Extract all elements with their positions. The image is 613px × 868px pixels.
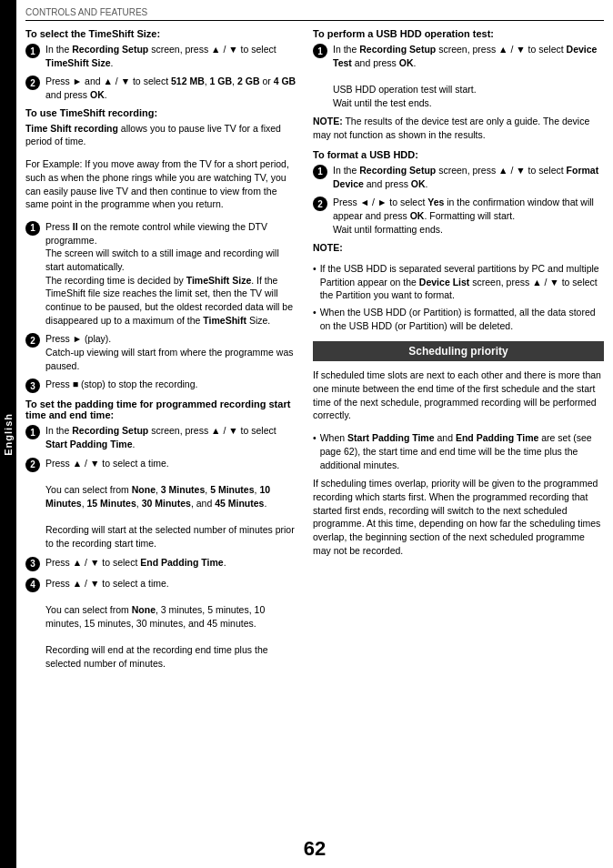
step-num-pad-4: 4 [25,578,40,592]
timeshift-rec-body2: For Example: If you move away from the T… [25,157,298,211]
scheduling-bullet-1: • When Start Padding Time and End Paddin… [313,431,604,471]
step-text-ts-2: Press ► and ▲ / ▼ to select 512 MB, 1 GB… [45,75,298,101]
page-number: 62 [25,830,604,861]
step-text-pad-3: Press ▲ / ▼ to select End Padding Time. [45,556,298,570]
left-column: To select the TimeShift Size: 1 In the R… [25,28,298,830]
step-num-pad-3: 3 [25,557,40,571]
scheduling-body1: If scheduled time slots are next to each… [313,368,604,422]
usb-format-bullet-2: • When the USB HDD (or Partition) is for… [313,306,604,332]
step-num-tsr-2: 2 [25,333,40,348]
page-wrapper: English CONTROLS AND FEATURES To select … [0,0,613,868]
step-pad-2: 2 Press ▲ / ▼ to select a time.You can s… [25,457,298,550]
usb-format-bullet-1: • If the USB HDD is separated several pa… [313,262,604,302]
bullet-dot-1: • [313,262,317,276]
step-fmt-2: 2 Press ◄ / ► to select Yes in the confi… [313,196,604,236]
step-text-tsr-1: Press II on the remote control while vie… [45,220,298,328]
step-text-fmt-2: Press ◄ / ► to select Yes in the confirm… [333,196,604,236]
step-pad-4: 4 Press ▲ / ▼ to select a time.You can s… [25,577,298,671]
sched-bullet-dot-1: • [313,431,317,445]
usb-format-title: To format a USB HDD: [313,149,604,160]
step-tsr-1: 1 Press II on the remote control while v… [25,220,298,328]
step-ts-2: 2 Press ► and ▲ / ▼ to select 512 MB, 1 … [25,75,298,101]
usb-test-section: To perform a USB HDD operation test: 1 I… [313,28,604,142]
step-num-fmt-1: 1 [313,165,327,179]
scheduling-section: Scheduling priority If scheduled time sl… [313,341,604,557]
step-num-pad-2: 2 [25,458,40,472]
usb-test-title: To perform a USB HDD operation test: [313,28,604,39]
header-bar: CONTROLS AND FEATURES [25,7,604,21]
step-num-usb-1: 1 [313,44,327,58]
timeshift-recording-section: To use TimeShift recording: Time Shift r… [25,107,298,394]
side-tab: English [0,0,16,868]
step-tsr-2: 2 Press ► (play).Catch-up viewing will s… [25,332,298,372]
step-num-tsr-1: 1 [25,221,40,236]
step-pad-3: 3 Press ▲ / ▼ to select End Padding Time… [25,556,298,571]
right-column: To perform a USB HDD operation test: 1 I… [313,28,604,830]
step-text-pad-1: In the Recording Setup screen, press ▲ /… [45,424,298,450]
language-label: English [3,413,14,456]
step-fmt-1: 1 In the Recording Setup screen, press ▲… [313,164,604,190]
step-num-tsr-3: 3 [25,378,40,393]
two-columns: To select the TimeShift Size: 1 In the R… [25,28,604,830]
main-content: CONTROLS AND FEATURES To select the Time… [16,0,613,868]
padding-time-section: To set the padding time for programmed r… [25,399,298,670]
timeshift-size-title: To select the TimeShift Size: [25,28,298,39]
step-text-tsr-2: Press ► (play).Catch-up viewing will sta… [45,332,298,372]
step-usb-1: 1 In the Recording Setup screen, press ▲… [313,43,604,109]
step-text-pad-4: Press ▲ / ▼ to select a time.You can sel… [45,577,298,671]
step-text-pad-2: Press ▲ / ▼ to select a time.You can sel… [45,457,298,550]
step-text-usb-1: In the Recording Setup screen, press ▲ /… [333,43,604,109]
sched-bullet-text-1: When Start Padding Time and End Padding … [320,431,604,471]
padding-title: To set the padding time for programmed r… [25,399,298,420]
usb-test-note: NOTE: The results of the device test are… [313,115,604,141]
usb-format-section: To format a USB HDD: 1 In the Recording … [313,149,604,333]
usb-format-note-title: NOTE: [313,241,604,255]
step-pad-1: 1 In the Recording Setup screen, press ▲… [25,424,298,450]
bullet-text-1: If the USB HDD is separated several part… [320,262,604,302]
step-tsr-3: 3 Press ■ (stop) to stop the recording. [25,378,298,393]
bullet-text-2: When the USB HDD (or Partition) is forma… [320,306,604,332]
timeshift-rec-body1: Time Shift recording allows you to pause… [25,122,298,148]
scheduling-body2: If scheduling times overlap, priority wi… [313,477,604,557]
step-num-ts-2: 2 [25,76,40,90]
scheduling-header: Scheduling priority [313,341,604,361]
timeshift-rec-title: To use TimeShift recording: [25,107,298,118]
step-text-tsr-3: Press ■ (stop) to stop the recording. [45,378,298,391]
step-num-fmt-2: 2 [313,197,327,211]
bullet-dot-2: • [313,306,317,319]
step-num-pad-1: 1 [25,425,40,439]
step-text-ts-1: In the Recording Setup screen, press ▲ /… [45,43,298,69]
step-num-ts-1: 1 [25,44,40,58]
timeshift-size-section: To select the TimeShift Size: 1 In the R… [25,28,298,102]
step-text-fmt-1: In the Recording Setup screen, press ▲ /… [333,164,604,190]
header-text: CONTROLS AND FEATURES [25,7,147,17]
step-ts-1: 1 In the Recording Setup screen, press ▲… [25,43,298,69]
